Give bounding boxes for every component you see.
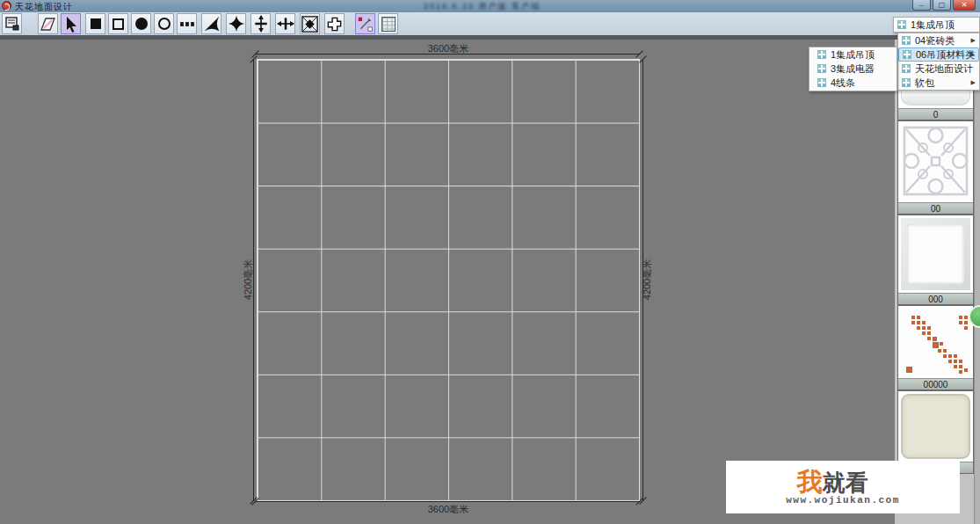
submenu-item-xiantiao[interactable]: 4线条 bbox=[809, 76, 897, 90]
tile-icon bbox=[897, 20, 906, 29]
category-menu-root: 1集成吊顶 bbox=[893, 17, 980, 33]
material-label: 00000 bbox=[898, 378, 973, 389]
draw-wall-icon bbox=[40, 17, 56, 32]
maximize-icon: ▢ bbox=[933, 0, 950, 10]
distribute-horizontal-icon bbox=[277, 15, 294, 33]
menu-item-label: 4线条 bbox=[831, 76, 855, 90]
submenu-item-jicheng-dianqi[interactable]: 3集成电器 bbox=[809, 62, 897, 76]
filled-square-tool-button[interactable] bbox=[85, 13, 105, 34]
tile-icon bbox=[902, 78, 911, 87]
measure-tool-button[interactable] bbox=[355, 13, 375, 34]
outline-square-icon bbox=[113, 18, 124, 30]
minimize-button[interactable]: – bbox=[912, 0, 931, 11]
outline-circle-tool-button[interactable] bbox=[154, 13, 174, 34]
watermark: 我就看 www.wojiukan.com bbox=[726, 461, 960, 513]
close-icon: ✕ bbox=[954, 0, 975, 10]
design-canvas[interactable]: 3600毫米 3600毫米 4200毫米 4200毫米 bbox=[0, 40, 895, 524]
file-icon bbox=[4, 16, 20, 32]
dimension-label-right: 4200毫米 bbox=[641, 259, 654, 300]
menu-item-label: 天花地面设计 bbox=[915, 62, 973, 76]
dashed-line-tool-button[interactable] bbox=[177, 13, 197, 34]
watermark-brand: 我就看 bbox=[797, 469, 868, 495]
titlebar: 天花地面设计 2016.6.22 用户版 客户端 – ▢ ✕ bbox=[0, 0, 980, 12]
material-label: 00 bbox=[898, 202, 973, 214]
submenu-arrow-icon: ▶ bbox=[971, 79, 976, 86]
checker-diamond-icon bbox=[301, 16, 318, 33]
app-logo-icon bbox=[2, 1, 11, 11]
menu-item-label: 04瓷砖类 bbox=[915, 34, 955, 47]
material-thumbnail-plain-panel bbox=[898, 215, 973, 293]
number-grid-button[interactable] bbox=[378, 13, 398, 34]
category-dropdown-menu: 04瓷砖类 ▶ 06吊顶材料类 ▶ 天花地面设计 软包 ▶ bbox=[897, 33, 980, 91]
dimension-label-bottom: 3600毫米 bbox=[257, 503, 640, 516]
material-label: 000 bbox=[898, 293, 973, 304]
outline-square-tool-button[interactable] bbox=[108, 13, 128, 34]
distribute-vertical-icon bbox=[252, 15, 270, 33]
pinwheel-star-icon bbox=[203, 15, 221, 33]
ceiling-grid[interactable] bbox=[257, 59, 640, 501]
file-button[interactable] bbox=[2, 13, 22, 34]
filled-circle-tool-button[interactable] bbox=[131, 13, 151, 34]
menu-item-label: 软包 bbox=[915, 76, 934, 90]
material-item-2[interactable]: 000 bbox=[897, 215, 974, 305]
menu-item-jicheng-diaoding-root[interactable]: 1集成吊顶 bbox=[894, 18, 979, 32]
material-thumbnail-mosaic bbox=[898, 306, 973, 378]
material-thumbnail-lattice bbox=[898, 121, 973, 202]
menu-item-label: 3集成电器 bbox=[831, 62, 875, 76]
menu-item-label: 06吊顶材料类 bbox=[916, 48, 975, 62]
material-sidebar: 0 00 bbox=[895, 40, 980, 524]
maximize-button[interactable]: ▢ bbox=[933, 0, 951, 11]
dimension-label-top: 3600毫米 bbox=[257, 42, 640, 55]
menu-item-label: 1集成吊顶 bbox=[831, 48, 875, 62]
tile-icon bbox=[903, 50, 911, 59]
menu-item-ruanbao[interactable]: 软包 ▶ bbox=[898, 76, 979, 90]
cross-shape-button[interactable] bbox=[324, 13, 345, 34]
menu-item-cizhuan[interactable]: 04瓷砖类 ▶ bbox=[898, 33, 979, 47]
filled-circle-icon bbox=[135, 18, 148, 30]
select-tool-button[interactable] bbox=[61, 13, 81, 34]
material-item-1[interactable]: 00 bbox=[897, 120, 974, 215]
distribute-vertical-button[interactable] bbox=[250, 13, 271, 34]
submenu-arrow-icon: ▶ bbox=[970, 51, 975, 58]
menu-item-tianhua-dimian[interactable]: 天花地面设计 bbox=[898, 62, 979, 76]
submenu-item-jicheng-diaoding[interactable]: 1集成吊顶 bbox=[809, 47, 897, 62]
material-thumbnail-beige-panel bbox=[898, 391, 973, 462]
close-button[interactable]: ✕ bbox=[953, 0, 976, 11]
distribute-horizontal-button[interactable] bbox=[275, 13, 295, 34]
titlebar-info-text: 2016.6.22 用户版 客户端 bbox=[424, 1, 541, 12]
tile-icon bbox=[817, 64, 826, 73]
tile-icon bbox=[902, 64, 911, 73]
cursor-icon bbox=[63, 16, 79, 33]
menu-item-diaoding-cailiao[interactable]: 06吊顶材料类 ▶ bbox=[898, 47, 979, 62]
material-label: 0 bbox=[898, 108, 973, 120]
submenu-arrow-icon: ▶ bbox=[971, 37, 976, 44]
material-item-3[interactable]: 00000 bbox=[897, 305, 974, 390]
pinwheel-tool-button[interactable] bbox=[201, 13, 221, 34]
material-submenu: 1集成吊顶 3集成电器 4线条 bbox=[809, 47, 897, 91]
menu-item-label: 1集成吊顶 bbox=[911, 18, 955, 32]
tile-icon bbox=[902, 36, 911, 45]
sidebar-scroll-strip[interactable] bbox=[974, 40, 980, 524]
tile-icon bbox=[817, 78, 826, 87]
dimension-label-left: 4200毫米 bbox=[242, 259, 255, 300]
four-point-star-icon bbox=[228, 15, 245, 33]
measure-icon bbox=[357, 16, 374, 33]
watermark-url: www.wojiukan.com bbox=[786, 495, 900, 506]
watermark-brand-first: 我 bbox=[797, 468, 823, 496]
filled-square-icon bbox=[91, 18, 101, 29]
draw-wall-button[interactable] bbox=[38, 13, 58, 34]
toolbar-divider bbox=[0, 35, 980, 40]
window-title: 天花地面设计 bbox=[15, 1, 73, 13]
number-grid-icon bbox=[381, 17, 396, 32]
checker-diamond-button[interactable] bbox=[300, 13, 320, 34]
tile-icon bbox=[817, 50, 826, 59]
cross-shape-icon bbox=[326, 16, 343, 33]
dimension-line-bottom bbox=[255, 501, 640, 502]
outline-circle-icon bbox=[158, 18, 171, 30]
watermark-brand-rest: 就看 bbox=[823, 469, 868, 496]
minimize-icon: – bbox=[913, 0, 930, 10]
toolbar bbox=[0, 12, 980, 35]
dashed-line-icon bbox=[180, 22, 194, 26]
star-tool-button[interactable] bbox=[226, 13, 246, 34]
